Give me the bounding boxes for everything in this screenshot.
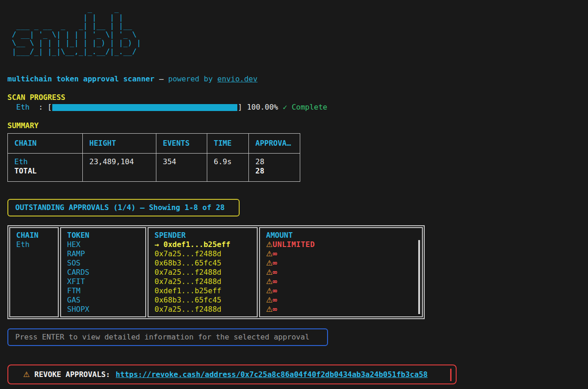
progress-bracket-close: ] [238, 103, 242, 112]
approval-token[interactable]: SOS [67, 259, 145, 268]
approval-token[interactable]: CARDS [67, 268, 145, 277]
token-panel: TOKEN HEXRAMPSOSCARDSXFITFTMGASSHOPX [60, 227, 146, 317]
spender-address: 0x7a25...f2488d [155, 249, 222, 258]
spender-column-header: SPENDER [155, 231, 257, 240]
approvals-title-box: OUTSTANDING APPROVALS (1/4) — Showing 1-… [7, 199, 240, 216]
summary-cell: 354 [156, 154, 207, 181]
approval-amount[interactable]: ⚠∞ [266, 277, 422, 286]
approval-token[interactable]: HEX [67, 240, 145, 249]
revoke-label: REVOKE APPROVALS: [34, 370, 110, 379]
approval-amount[interactable]: ⚠∞ [266, 296, 422, 305]
approval-token[interactable]: XFIT [67, 277, 145, 286]
summary-value: Eth [14, 157, 76, 167]
powered-by-label: powered by [168, 74, 213, 84]
summary-column-header: APPROVA… [249, 134, 300, 153]
spender-address: 0x7a25...f2488d [155, 268, 222, 277]
tagline: multichain token approval scanner — powe… [7, 74, 588, 84]
approval-amount[interactable]: ⚠∞ [266, 249, 422, 259]
amount-value: UNLIMITED [272, 240, 315, 249]
approval-spender[interactable]: 0x7a25...f2488d [155, 277, 257, 286]
amount-value: ∞ [272, 268, 277, 277]
summary-table: CHAINHEIGHTEVENTSTIMEAPPROVA… EthTOTAL23… [7, 133, 300, 182]
envio-link[interactable]: envio.dev [217, 74, 258, 84]
progress-chain-label: Eth [16, 103, 30, 112]
revoke-scroll-tick [450, 369, 452, 381]
progress-bar-fill [52, 104, 237, 111]
summary-value [214, 167, 242, 176]
progress-status: ✓ Complete [283, 103, 327, 112]
summary-value: 28 [255, 167, 293, 176]
summary-body-row: EthTOTAL23,489,1043546.9s2828 [8, 154, 300, 181]
enter-hint-box: Press ENTER to view detailed information… [7, 328, 328, 346]
spender-address: 0x68b3...65fc45 [155, 296, 222, 304]
approval-spender[interactable]: → 0xdef1...b25eff [155, 240, 257, 249]
token-column-header: TOKEN [67, 231, 145, 240]
spender-address: 0xdef1...b25eff [163, 240, 230, 249]
spender-address: 0x68b3...65fc45 [155, 259, 222, 267]
summary-value: 23,489,104 [89, 157, 149, 167]
chain-column-header: CHAIN [16, 231, 58, 240]
approval-amount[interactable]: ⚠∞ [266, 286, 422, 296]
warning-icon: ⚠ [266, 249, 272, 258]
amount-value: ∞ [272, 296, 277, 304]
amount-column-header: AMOUNT [266, 231, 422, 240]
scan-progress-heading: SCAN PROGRESS [7, 93, 588, 102]
warning-icon: ⚠ [266, 240, 272, 249]
spender-address: 0xdef1...b25eff [155, 286, 222, 295]
approval-token[interactable]: FTM [67, 286, 145, 296]
summary-cell: 6.9s [207, 154, 249, 181]
summary-value: TOTAL [14, 167, 76, 176]
approval-amount[interactable]: ⚠∞ [266, 305, 422, 314]
tagline-dash: — [159, 74, 164, 84]
amount-value: ∞ [272, 249, 277, 258]
approval-token[interactable]: GAS [67, 296, 145, 305]
warning-icon: ⚠ [23, 370, 30, 379]
progress-percent: 100.00% [247, 103, 278, 112]
scan-progress-line: Eth : [ ] 100.00% ✓ Complete [7, 103, 588, 112]
approval-spender[interactable]: 0x68b3...65fc45 [155, 296, 257, 305]
approval-amount[interactable]: ⚠∞ [266, 259, 422, 268]
ascii-logo: _ _ | | | | ___ _ __ _ _| |__ | |__ / __… [7, 5, 588, 56]
approval-token[interactable]: RAMP [67, 249, 145, 259]
summary-heading: SUMMARY [7, 121, 588, 130]
approval-amount[interactable]: ⚠UNLIMITED [266, 240, 422, 249]
summary-value: 6.9s [214, 157, 242, 167]
warning-icon: ⚠ [266, 286, 272, 295]
warning-icon: ⚠ [266, 268, 272, 277]
summary-column-header: CHAIN [8, 134, 83, 153]
progress-separator: : [30, 103, 48, 112]
spender-panel: SPENDER → 0xdef1...b25eff0x7a25...f2488d… [148, 227, 258, 317]
revoke-box: ⚠ REVOKE APPROVALS: https://revoke.cash/… [7, 364, 457, 384]
summary-value [163, 167, 200, 176]
chain-panel: CHAIN Eth [9, 227, 59, 317]
approvals-title: OUTSTANDING APPROVALS (1/4) — Showing 1-… [15, 203, 225, 212]
summary-value [89, 167, 149, 176]
warning-icon: ⚠ [266, 259, 272, 267]
summary-column-header: HEIGHT [83, 134, 156, 153]
approval-spender[interactable]: 0x7a25...f2488d [155, 249, 257, 259]
amount-value: ∞ [272, 305, 277, 314]
revoke-link[interactable]: https://revoke.cash/address/0x7c25a8c86a… [116, 370, 427, 379]
approval-spender[interactable]: 0x7a25...f2488d [155, 268, 257, 277]
progress-bar [52, 104, 237, 111]
amount-value: ∞ [272, 277, 277, 286]
summary-column-header: TIME [207, 134, 249, 153]
approvals-scrollbar[interactable] [418, 240, 420, 314]
summary-header-row: CHAINHEIGHTEVENTSTIMEAPPROVA… [8, 134, 300, 154]
amount-value: ∞ [272, 259, 277, 267]
amount-panel: AMOUNT ⚠UNLIMITED⚠∞⚠∞⚠∞⚠∞⚠∞⚠∞⚠∞ [259, 227, 423, 317]
summary-cell: 2828 [249, 154, 300, 181]
approval-amount[interactable]: ⚠∞ [266, 268, 422, 277]
amount-rows: ⚠UNLIMITED⚠∞⚠∞⚠∞⚠∞⚠∞⚠∞⚠∞ [266, 240, 422, 314]
approval-spender[interactable]: 0x7a25...f2488d [155, 305, 257, 314]
approval-spender[interactable]: 0x68b3...65fc45 [155, 259, 257, 268]
warning-icon: ⚠ [266, 296, 272, 304]
spender-address: 0x7a25...f2488d [155, 277, 222, 286]
approval-token[interactable]: SHOPX [67, 305, 145, 314]
spender-rows: → 0xdef1...b25eff0x7a25...f2488d0x68b3..… [155, 240, 257, 314]
app-title: multichain token approval scanner [7, 74, 155, 84]
approval-spender[interactable]: 0xdef1...b25eff [155, 286, 257, 296]
token-rows: HEXRAMPSOSCARDSXFITFTMGASSHOPX [67, 240, 145, 314]
summary-cell: 23,489,104 [83, 154, 156, 181]
progress-bracket-open: [ [47, 103, 52, 112]
